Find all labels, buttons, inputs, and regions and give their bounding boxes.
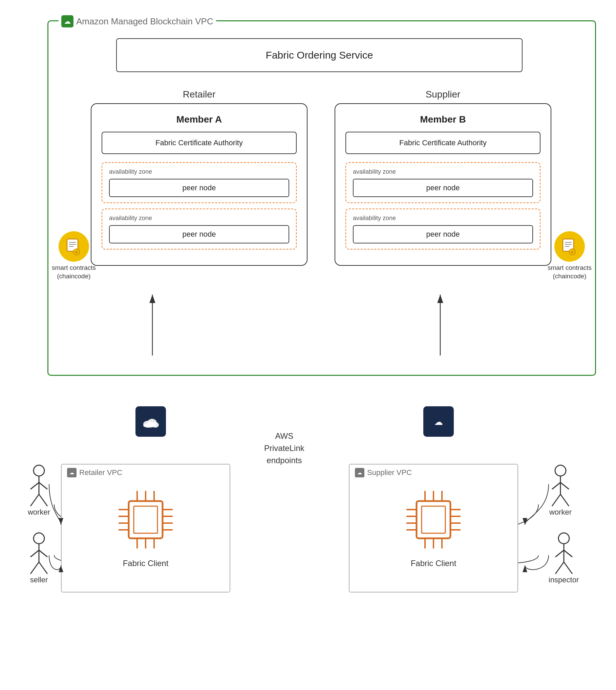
- retailer-az2: availability zone peer node: [102, 209, 297, 250]
- retailer-section-title: Retailer: [183, 89, 215, 100]
- inspector-label: inspector: [549, 576, 579, 584]
- privatelink-text: AWSPrivateLinkendpoints: [264, 431, 304, 465]
- retailer-az1-label: availability zone: [109, 168, 289, 175]
- retailer-peer2: peer node: [109, 225, 289, 243]
- worker-right-figure: worker: [549, 464, 572, 517]
- retailer-vpc-label: Retailer VPC: [79, 468, 122, 477]
- cloud-endpoint-retailer: ☁: [135, 406, 166, 437]
- retailer-vpc-icon: ☁: [67, 468, 77, 477]
- retailer-az1: availability zone peer node: [102, 162, 297, 203]
- svg-line-57: [30, 494, 39, 506]
- svg-line-63: [30, 562, 39, 574]
- svg-line-56: [39, 482, 47, 489]
- smart-contract-label-left: smart contracts(chaincode): [52, 264, 96, 280]
- supplier-cert-authority: Fabric Certificate Authority: [345, 132, 540, 154]
- supplier-vpc-icon: ☁: [355, 468, 364, 477]
- inspector-figure: inspector: [549, 532, 579, 584]
- svg-point-71: [558, 533, 569, 544]
- svg-point-59: [34, 533, 44, 544]
- supplier-section-title: Supplier: [426, 89, 461, 100]
- svg-line-73: [555, 550, 564, 557]
- svg-line-64: [39, 562, 47, 574]
- svg-line-76: [564, 562, 572, 574]
- svg-line-75: [555, 562, 564, 574]
- retailer-vpc-header: ☁ Retailer VPC: [62, 465, 230, 481]
- member-b-title: Member B: [345, 114, 540, 125]
- ordering-service-label: Fabric Ordering Service: [266, 49, 373, 61]
- svg-rect-22: [134, 506, 157, 533]
- smart-contract-left: ★ smart contracts(chaincode): [52, 231, 96, 280]
- retailer-vpc-box: ☁ Retailer VPC: [61, 464, 230, 592]
- supplier-vpc-header: ☁ Supplier VPC: [349, 465, 517, 481]
- retailer-peer1: peer node: [109, 179, 289, 197]
- supplier-fabric-client-label: Fabric Client: [349, 559, 517, 568]
- inspector-svg: [552, 532, 576, 576]
- ordering-service-box: Fabric Ordering Service: [116, 38, 523, 72]
- supplier-vpc-label: Supplier VPC: [367, 468, 412, 477]
- retailer-az2-label: availability zone: [109, 215, 289, 222]
- vpc-label: ☁ Amazon Managed Blockchain VPC: [59, 15, 216, 27]
- member-a-title: Member A: [102, 114, 297, 125]
- supplier-peer2: peer node: [353, 225, 533, 243]
- seller-figure: seller: [27, 532, 51, 584]
- supplier-vpc-box: ☁ Supplier VPC: [349, 464, 518, 592]
- diagram-container: ☁ Amazon Managed Blockchain VPC Fabric O…: [20, 14, 596, 676]
- svg-text:★: ★: [75, 250, 79, 255]
- svg-text:★: ★: [570, 250, 574, 255]
- svg-line-70: [560, 494, 569, 506]
- worker-right-svg: [549, 464, 572, 508]
- svg-point-65: [555, 465, 566, 476]
- svg-line-61: [30, 550, 39, 557]
- retailer-chip-icon: [115, 491, 176, 548]
- svg-line-68: [560, 482, 569, 489]
- vpc-outer-box: ☁ Amazon Managed Blockchain VPC Fabric O…: [47, 20, 596, 376]
- svg-text:☁: ☁: [146, 417, 155, 427]
- cloud-endpoint-supplier: ☁: [423, 406, 454, 437]
- supplier-az2: availability zone peer node: [345, 209, 540, 250]
- svg-rect-38: [422, 506, 445, 533]
- vpc-cloud-icon: ☁: [61, 15, 73, 27]
- svg-line-67: [552, 482, 560, 489]
- svg-line-74: [564, 550, 572, 557]
- supplier-az1: availability zone peer node: [345, 162, 540, 203]
- worker-left-figure: worker: [27, 464, 51, 517]
- member-b-box: Member B Fabric Certificate Authority av…: [335, 103, 551, 266]
- svg-line-55: [30, 482, 39, 489]
- retailer-section: Retailer Member A Fabric Certificate Aut…: [91, 89, 307, 266]
- member-a-box: Member A Fabric Certificate Authority av…: [91, 103, 307, 266]
- worker-right-label: worker: [549, 508, 572, 517]
- seller-svg: [27, 532, 51, 576]
- seller-label: seller: [30, 576, 48, 584]
- retailer-cert-authority: Fabric Certificate Authority: [102, 132, 297, 154]
- svg-line-62: [39, 550, 47, 557]
- supplier-peer1: peer node: [353, 179, 533, 197]
- smart-contract-icon-left: ★: [59, 231, 89, 262]
- worker-left-svg: [27, 464, 51, 508]
- privatelink-label: AWSPrivateLinkendpoints: [264, 430, 304, 467]
- worker-left-label: worker: [28, 508, 50, 517]
- supplier-section: Supplier Member B Fabric Certificate Aut…: [335, 89, 551, 266]
- svg-line-69: [552, 494, 560, 506]
- bottom-section: AWSPrivateLinkendpoints ☁ ☁ ☁ Retailer V: [20, 396, 596, 687]
- svg-line-58: [39, 494, 47, 506]
- svg-point-53: [34, 465, 44, 476]
- supplier-az1-label: availability zone: [353, 168, 533, 175]
- svg-text:☁: ☁: [434, 417, 443, 427]
- retailer-fabric-client-label: Fabric Client: [62, 559, 230, 568]
- smart-contract-right: ★ smart contracts(chaincode): [548, 231, 592, 280]
- members-row: Retailer Member A Fabric Certificate Aut…: [59, 89, 583, 266]
- smart-contract-label-right: smart contracts(chaincode): [548, 264, 592, 280]
- smart-contract-icon-right: ★: [554, 231, 585, 262]
- supplier-chip-icon: [403, 491, 464, 548]
- supplier-az2-label: availability zone: [353, 215, 533, 222]
